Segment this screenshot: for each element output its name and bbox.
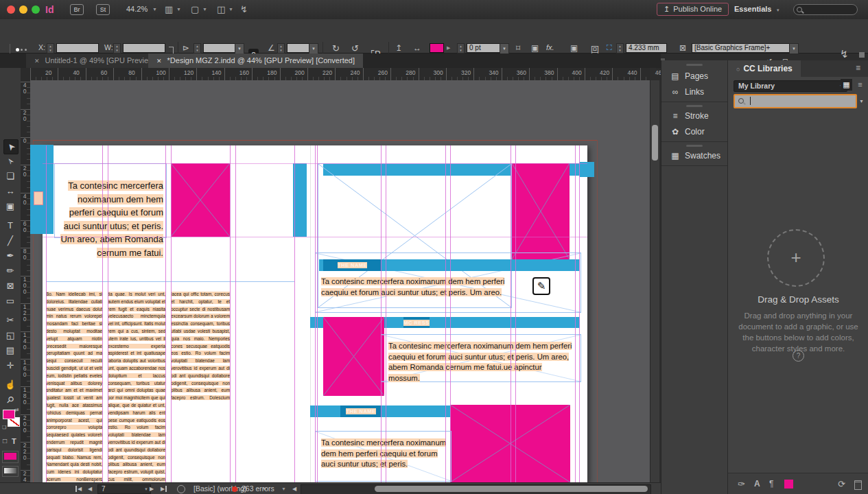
pencil-tool[interactable]: ✏: [3, 264, 17, 278]
zoom-level-control[interactable]: 44.2%: [126, 5, 148, 13]
app-search-field[interactable]: [793, 4, 858, 15]
rotation-angle-field[interactable]: [287, 43, 310, 53]
close-tab-icon[interactable]: ✕: [34, 58, 40, 64]
last-page-button[interactable]: ▶: [161, 486, 167, 492]
page-tool[interactable]: ❏: [3, 169, 17, 183]
fill-color-swatch[interactable]: [430, 43, 444, 53]
close-tab-icon[interactable]: ✕: [156, 58, 162, 64]
corner-options-icon[interactable]: ⌑: [516, 43, 520, 53]
screen-mode-icon[interactable]: ▢: [191, 4, 199, 14]
rotation-dropdown[interactable]: ▼: [309, 43, 318, 54]
library-select[interactable]: My Library ▼: [734, 80, 847, 92]
formatting-affects-container-icon[interactable]: □: [3, 437, 7, 445]
drop-shadow-icon[interactable]: ▣: [531, 43, 539, 53]
trash-icon[interactable]: [854, 480, 862, 490]
horizontal-scrollbar[interactable]: [301, 484, 651, 494]
panel-button-links[interactable]: ∞Links: [661, 85, 728, 99]
view-options-icon[interactable]: ▥: [165, 4, 173, 14]
horizontal-scrollbar-thumb[interactable]: [375, 486, 648, 492]
pen-tool[interactable]: ✒: [3, 249, 17, 263]
previous-page-button[interactable]: ◀: [88, 486, 92, 492]
grid-view-button[interactable]: ▦: [841, 79, 852, 91]
add-character-style-icon[interactable]: A: [754, 479, 760, 489]
gap-tool[interactable]: ↔: [3, 185, 17, 198]
error-dropdown-arrow[interactable]: ▼: [281, 486, 286, 491]
preflight-icon[interactable]: [177, 485, 185, 493]
scale-x-stepper[interactable]: ▴▾: [193, 43, 201, 54]
cyan-bar-placeholder[interactable]: [293, 163, 307, 237]
corner-radius-icon[interactable]: ⛶: [607, 43, 612, 52]
scale-x-dropdown[interactable]: ▼: [235, 43, 244, 54]
selection-tool[interactable]: ➤: [3, 139, 19, 154]
add-color-swatch[interactable]: [784, 480, 793, 489]
hand-tool[interactable]: ☝: [3, 378, 17, 392]
note-tool[interactable]: ▤: [3, 344, 17, 357]
x-position-field[interactable]: [56, 43, 99, 53]
distribute-horizontal-icon[interactable]: ↔: [413, 43, 421, 53]
cyan-sidebar-placeholder[interactable]: [30, 145, 54, 234]
zoom-window-button[interactable]: [32, 5, 40, 14]
stock-button[interactable]: St: [96, 4, 110, 15]
add-graphic-icon[interactable]: ✑: [738, 479, 745, 489]
panel-menu-icon[interactable]: ≡: [856, 63, 860, 73]
x-stepper[interactable]: ▴▾: [47, 43, 54, 54]
workspace-arrow[interactable]: ▾: [777, 8, 779, 13]
panel-collapse-icon[interactable]: ○: [736, 66, 740, 73]
swap-fill-stroke-icon[interactable]: ⇄: [14, 407, 19, 413]
library-search-dropdown[interactable]: ▼: [857, 95, 866, 107]
stroke-weight-field[interactable]: 0 pt: [467, 43, 501, 53]
arrange-documents-icon[interactable]: ◫: [217, 4, 225, 14]
quick-apply-icon[interactable]: ↯: [840, 48, 849, 60]
formatting-affects-text-icon[interactable]: T: [12, 437, 16, 445]
close-window-button[interactable]: [7, 5, 15, 14]
collapse-panel-icon[interactable]: [859, 52, 865, 58]
stroke-weight-stepper[interactable]: ▴▾: [457, 43, 465, 54]
document-canvas[interactable]: Ta contesinc mercerfera noximanum dem he…: [30, 80, 650, 482]
library-search-input[interactable]: [734, 94, 857, 108]
cc-libraries-tab[interactable]: ○CC Libraries: [728, 60, 801, 77]
free-transform-tool[interactable]: ◱: [3, 329, 17, 342]
apply-color-button[interactable]: [2, 451, 19, 463]
body-text-column[interactable]: lacea qui offic totam, corecus et harchi…: [171, 291, 230, 401]
panel-button-pages[interactable]: ▤Pages: [661, 69, 728, 83]
vertical-scrollbar-thumb[interactable]: [652, 125, 658, 161]
rotate-cw-icon[interactable]: ↻: [332, 43, 340, 54]
intro-text-frame[interactable]: Ta contesinc mercerfera noximanum dem he…: [54, 163, 167, 238]
line-tool[interactable]: ╱: [3, 234, 17, 248]
first-page-button[interactable]: ◀: [75, 486, 82, 492]
direct-selection-tool[interactable]: ➢: [3, 154, 17, 168]
object-style-dropdown[interactable]: [Basic Graphics Frame]+: [692, 43, 790, 53]
width-field[interactable]: [123, 43, 165, 53]
image-placeholder[interactable]: [323, 317, 384, 396]
drop-zone-circle[interactable]: +: [767, 229, 825, 287]
cyan-corner-block[interactable]: [580, 162, 594, 177]
default-fill-stroke-icon[interactable]: ❏: [2, 425, 6, 430]
frame-tool[interactable]: ⊠: [3, 279, 17, 293]
arrange-documents-arrow[interactable]: ▼: [228, 7, 233, 12]
edit-icon[interactable]: ✎: [532, 277, 550, 295]
body-text-column[interactable]: Bo. Nam idellecab imi, si doloreius. Ilt…: [46, 291, 102, 482]
stroke-weight-dropdown[interactable]: ▼: [500, 43, 509, 54]
scale-x-field[interactable]: [203, 43, 236, 53]
bridge-button[interactable]: Br: [70, 4, 84, 15]
ruler-origin[interactable]: [21, 68, 31, 81]
toolbar-fill-swatch[interactable]: [3, 410, 15, 419]
gpu-performance-icon[interactable]: ↯: [240, 4, 248, 14]
minimize-window-button[interactable]: [19, 5, 27, 14]
zoom-tool[interactable]: ⚲: [3, 393, 17, 407]
no-text-wrap-icon[interactable]: ▣: [570, 43, 578, 53]
image-placeholder[interactable]: [512, 163, 570, 259]
page-number-field[interactable]: 7 ▼: [97, 484, 151, 494]
panel-button-color[interactable]: ✿Color: [661, 125, 728, 139]
publish-online-button[interactable]: ↥Publish Online: [657, 3, 729, 16]
error-count[interactable]: 263 errors: [242, 484, 274, 493]
w-stepper[interactable]: ▴▾: [113, 43, 121, 54]
tab-design-mgz-2[interactable]: ✕*Design MGZ 2.indd @ 44% [GPU Preview] …: [148, 54, 363, 68]
panel-button-swatches[interactable]: ▦Swatches: [661, 149, 728, 163]
tab-untitled-1[interactable]: ✕Untitled-1 @ 49% [GPU Preview]: [26, 54, 164, 68]
object-style-arrow[interactable]: ▼: [789, 43, 799, 54]
image-placeholder[interactable]: [171, 163, 230, 237]
next-page-button[interactable]: ▶: [150, 486, 154, 492]
effects-icon[interactable]: fx.: [546, 43, 554, 51]
preflight-profile[interactable]: [Basic] (working): [193, 484, 247, 493]
